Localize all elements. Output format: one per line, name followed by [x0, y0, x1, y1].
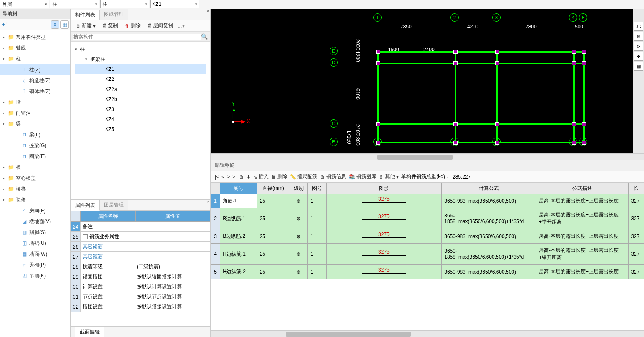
- bar-shape[interactable]: 3275: [326, 265, 442, 279]
- col-length[interactable]: 长: [629, 183, 644, 194]
- prop-value[interactable]: [135, 222, 210, 231]
- search-icon[interactable]: 🔍: [201, 33, 208, 40]
- property-row[interactable]: 25-钢筋业务属性: [71, 232, 210, 242]
- bar-formula[interactable]: 3650-983+max(3650/6,600,500): [442, 194, 536, 208]
- download-icon[interactable]: ⬇: [247, 174, 251, 180]
- category1-combo[interactable]: 柱▾: [50, 0, 99, 8]
- info-button[interactable]: 🗎钢筋信息: [320, 173, 346, 180]
- col-shape[interactable]: 图形: [326, 183, 442, 194]
- delete-button[interactable]: 🗑删除: [122, 21, 143, 30]
- nav-item[interactable]: ▾📁梁: [0, 118, 70, 129]
- prop-value[interactable]: (二级抗震): [135, 262, 210, 272]
- nav-last[interactable]: >|: [232, 174, 236, 180]
- rebar-row[interactable]: 3B边纵筋.225⊕132753650-983+max(3650/6,600,5…: [211, 229, 644, 244]
- canvas-scrollbar-h[interactable]: [211, 153, 644, 160]
- nav-next[interactable]: >: [227, 174, 230, 180]
- nav-item[interactable]: ▥踢脚(S): [0, 227, 70, 238]
- window-button[interactable]: ⊞: [634, 32, 643, 41]
- drawing-canvas[interactable]: Y▲│ ●──▶ X 3D ⊞ ⟳ ✥ ▦ 123457850420078005…: [211, 9, 644, 153]
- component-item[interactable]: ▾框架柱: [75, 54, 206, 64]
- col-diameter[interactable]: 直径(mm): [257, 183, 289, 194]
- scale-button[interactable]: 📏缩尺配筋: [290, 173, 317, 180]
- close-icon[interactable]: ×: [207, 199, 209, 204]
- property-row[interactable]: 29锚固搭接按默认锚固搭接计算: [71, 272, 210, 282]
- bar-formula[interactable]: 3650-983+max(3650/6,600,500): [442, 265, 536, 279]
- rebar-row[interactable]: 4H边纵筋.125⊕132753650-1858+max(3650/6,600,…: [211, 244, 644, 265]
- bar-grade[interactable]: ⊕: [289, 208, 308, 229]
- bar-dia[interactable]: 25: [257, 194, 289, 208]
- bar-grade[interactable]: ⊕: [289, 229, 308, 244]
- property-row[interactable]: 31节点设置按默认节点设置计算: [71, 292, 210, 302]
- library-button[interactable]: 📚钢筋图库: [349, 173, 376, 180]
- bar-name[interactable]: H边纵筋.1: [220, 244, 257, 265]
- bar-fig[interactable]: 1: [308, 244, 326, 265]
- property-row[interactable]: 30计算设置按默认计算设置计算: [71, 282, 210, 292]
- col-bar-no[interactable]: 筋号: [220, 183, 257, 194]
- bar-len[interactable]: 327: [629, 194, 644, 208]
- prop-value[interactable]: 按默认计算设置计算: [135, 282, 210, 292]
- rebar-row[interactable]: 2B边纵筋.125⊕132753650-1858+max(3650/6,600,…: [211, 208, 644, 229]
- nav-item[interactable]: ▾📁装修: [0, 194, 70, 205]
- component-item[interactable]: KZ4: [75, 114, 206, 124]
- nav-item[interactable]: 𝕀砌体柱(Z): [0, 86, 70, 97]
- rebar-row[interactable]: 1角筋.125⊕132753650-983+max(3650/6,600,500…: [211, 194, 644, 208]
- prop-value[interactable]: 按默认锚固搭接计算: [135, 272, 210, 282]
- component-item[interactable]: KZ2a: [75, 84, 206, 94]
- bar-formula[interactable]: 3650-1858+max(3650/6,600,500)+1*35*d: [442, 208, 536, 229]
- nav-item[interactable]: ⊓圈梁(E): [0, 151, 70, 162]
- bar-fig[interactable]: 1: [308, 265, 326, 279]
- bar-formula[interactable]: 3650-983+max(3650/6,600,500): [442, 229, 536, 244]
- category2-combo[interactable]: 柱▾: [100, 0, 149, 8]
- grid-button[interactable]: ▦: [634, 62, 643, 71]
- copy-button[interactable]: 🗐复制: [100, 21, 121, 30]
- bar-shape[interactable]: 3275: [326, 208, 442, 229]
- tab-component-list[interactable]: 构件列表: [71, 10, 100, 20]
- nav-item[interactable]: ⌐天棚(P): [0, 259, 70, 270]
- component-item[interactable]: KZ2: [75, 74, 206, 84]
- property-row[interactable]: 32搭接设置按默认搭接设置计算: [71, 302, 210, 312]
- 3d-button[interactable]: 3D: [634, 22, 643, 31]
- bar-formula[interactable]: 3650-1858+max(3650/6,600,500)+1*35*d: [442, 244, 536, 265]
- nav-item[interactable]: 𝕀柱(Z): [0, 64, 70, 75]
- component-item[interactable]: KZ1: [75, 64, 206, 74]
- component-item[interactable]: KZ5: [75, 124, 206, 134]
- insert-button[interactable]: ↘插入: [253, 173, 269, 180]
- more-icon[interactable]: …▾: [177, 23, 185, 29]
- nav-item[interactable]: ▸📁常用构件类型: [0, 32, 70, 43]
- bar-desc[interactable]: 层高-本层的露出长度+上层露出长度+错开距离: [536, 208, 629, 229]
- nav-item[interactable]: ▾📁柱: [0, 53, 70, 64]
- nav-item[interactable]: ▸📁墙: [0, 97, 70, 108]
- bar-name[interactable]: H边纵筋.2: [220, 265, 257, 279]
- property-row[interactable]: 24备注: [71, 222, 210, 232]
- nav-item[interactable]: ◪楼地面(V): [0, 216, 70, 227]
- bar-shape[interactable]: 3275: [326, 229, 442, 244]
- col-formula[interactable]: 计算公式: [442, 183, 536, 194]
- prop-value[interactable]: [135, 242, 210, 251]
- col-desc[interactable]: 公式描述: [536, 183, 629, 194]
- bar-shape[interactable]: 3275: [326, 244, 442, 265]
- property-row[interactable]: 26其它钢筋: [71, 242, 210, 252]
- col-fig[interactable]: 图号: [308, 183, 326, 194]
- property-row[interactable]: 28抗震等级(二级抗震): [71, 262, 210, 272]
- tab-section-edit[interactable]: 截面编辑: [75, 327, 104, 337]
- component-item[interactable]: ▾柱: [75, 44, 206, 54]
- bar-desc[interactable]: 层高-本层的露出长度+上层露出长度+错开距离: [536, 244, 629, 265]
- nav-item[interactable]: ⌂房间(F): [0, 205, 70, 216]
- layer-copy-button[interactable]: 🗐层间复制: [145, 21, 176, 30]
- bar-desc[interactable]: 层高-本层的露出长度+上层露出长度: [536, 265, 629, 279]
- bar-len[interactable]: 327: [629, 208, 644, 229]
- close-icon[interactable]: ×: [207, 8, 209, 13]
- col-grade[interactable]: 级别: [289, 183, 308, 194]
- nav-item[interactable]: ⊓梁(L): [0, 129, 70, 140]
- nav-item[interactable]: ⊓连梁(G): [0, 140, 70, 151]
- bar-dia[interactable]: 25: [257, 244, 289, 265]
- tab-layer-mgmt[interactable]: 图层管理: [100, 200, 128, 210]
- floor-combo[interactable]: 首层▾: [0, 0, 49, 8]
- bar-grade[interactable]: ⊕: [289, 194, 308, 208]
- nav-item[interactable]: ▸📁空心楼盖: [0, 173, 70, 184]
- nav-item[interactable]: ▦墙面(W): [0, 249, 70, 259]
- nav-item[interactable]: ▸📁门窗洞: [0, 108, 70, 118]
- nav-item[interactable]: ◰吊顶(K): [0, 270, 70, 281]
- element-combo[interactable]: KZ1▾: [150, 0, 199, 8]
- bar-fig[interactable]: 1: [308, 208, 326, 229]
